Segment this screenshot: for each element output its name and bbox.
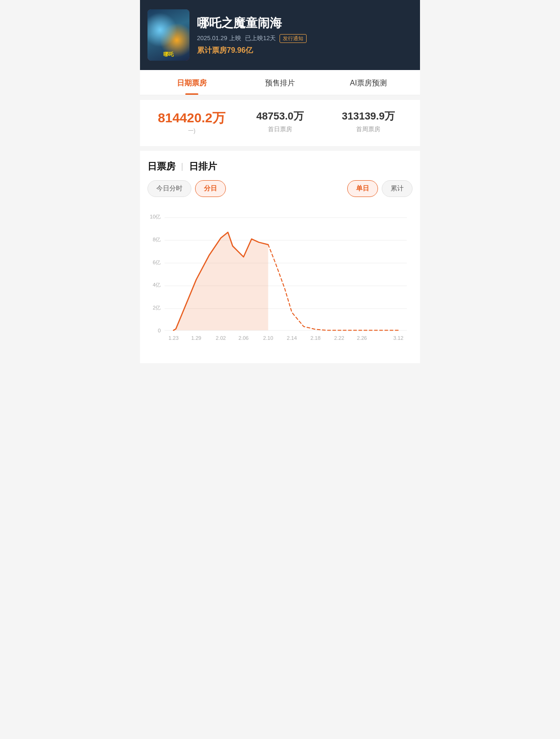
svg-text:8亿: 8亿 [153, 237, 161, 242]
svg-text:2.06: 2.06 [238, 335, 249, 341]
movie-header: 哪吒之魔童闹海 2025.01.29 上映 已上映12天 发行通知 累计票房79… [140, 0, 420, 70]
tab-ai-predict[interactable]: AI票房预测 [324, 70, 413, 95]
svg-text:0: 0 [158, 328, 161, 333]
chart-controls: 今日分时 分日 单日 累计 [147, 180, 413, 197]
tab-bar: 日期票房 预售排片 AI票房预测 [140, 70, 420, 95]
tab-daily-box[interactable]: 日期票房 [147, 70, 236, 95]
movie-info: 哪吒之魔童闹海 2025.01.29 上映 已上映12天 发行通知 累计票房79… [197, 15, 413, 56]
btn-cumulative[interactable]: 累计 [382, 180, 413, 197]
movie-poster [147, 9, 189, 61]
stat-first-week: 313139.9万 首周票房 [324, 109, 413, 134]
stat-first-week-label: 首周票房 [324, 125, 413, 134]
svg-text:2.26: 2.26 [357, 335, 367, 341]
svg-text:3.12: 3.12 [393, 335, 404, 341]
chart-subtitle: 日排片 [189, 160, 217, 173]
chart-header: 日票房 | 日排片 [147, 160, 413, 173]
stat-total-sublabel: 一) [147, 127, 236, 135]
stat-first-day: 48753.0万 首日票房 [236, 109, 324, 134]
stat-first-week-value: 313139.9万 [324, 109, 413, 123]
control-right: 单日 累计 [347, 180, 413, 197]
notice-badge[interactable]: 发行通知 [280, 34, 307, 43]
svg-text:2亿: 2亿 [153, 305, 161, 310]
btn-single-day[interactable]: 单日 [347, 180, 378, 197]
svg-text:1.29: 1.29 [191, 335, 202, 341]
btn-daily[interactable]: 分日 [195, 180, 226, 197]
svg-text:2.02: 2.02 [216, 335, 226, 341]
svg-text:6亿: 6亿 [153, 260, 161, 265]
stat-first-day-value: 48753.0万 [236, 109, 324, 123]
control-left: 今日分时 分日 [147, 180, 226, 197]
stats-section: 814420.2万 一) 48753.0万 首日票房 313139.9万 首周票… [140, 100, 420, 146]
tab-presale[interactable]: 预售排片 [236, 70, 324, 95]
svg-marker-22 [174, 232, 268, 331]
movie-title: 哪吒之魔童闹海 [197, 15, 413, 31]
stat-first-day-label: 首日票房 [236, 125, 324, 134]
poster-artwork [147, 9, 189, 61]
svg-text:10亿: 10亿 [150, 214, 161, 219]
chart-container: 10亿 8亿 6亿 4亿 2亿 0 1.23 1.29 2.02 2.06 2.… [147, 204, 413, 354]
chart-section: 日票房 | 日排片 今日分时 分日 单日 累计 10亿 8亿 6亿 4亿 2亿 … [140, 151, 420, 363]
svg-text:2.22: 2.22 [334, 335, 344, 341]
release-date: 2025.01.29 上映 [197, 34, 241, 42]
chart-title: 日票房 [147, 160, 175, 173]
svg-text:2.10: 2.10 [263, 335, 273, 341]
chart-divider: | [181, 162, 183, 171]
stat-total: 814420.2万 一) [147, 109, 236, 135]
btn-today-hourly[interactable]: 今日分时 [147, 180, 191, 197]
svg-text:4亿: 4亿 [153, 282, 161, 288]
svg-text:1.23: 1.23 [168, 335, 179, 341]
box-office-chart: 10亿 8亿 6亿 4亿 2亿 0 1.23 1.29 2.02 2.06 2.… [147, 204, 413, 354]
stat-total-value: 814420.2万 [147, 109, 236, 127]
days-shown: 已上映12天 [245, 34, 276, 42]
cumulative-box: 累计票房79.96亿 [197, 46, 413, 56]
svg-text:2.14: 2.14 [287, 335, 297, 341]
movie-meta: 2025.01.29 上映 已上映12天 发行通知 [197, 34, 413, 43]
svg-text:2.18: 2.18 [310, 335, 321, 341]
